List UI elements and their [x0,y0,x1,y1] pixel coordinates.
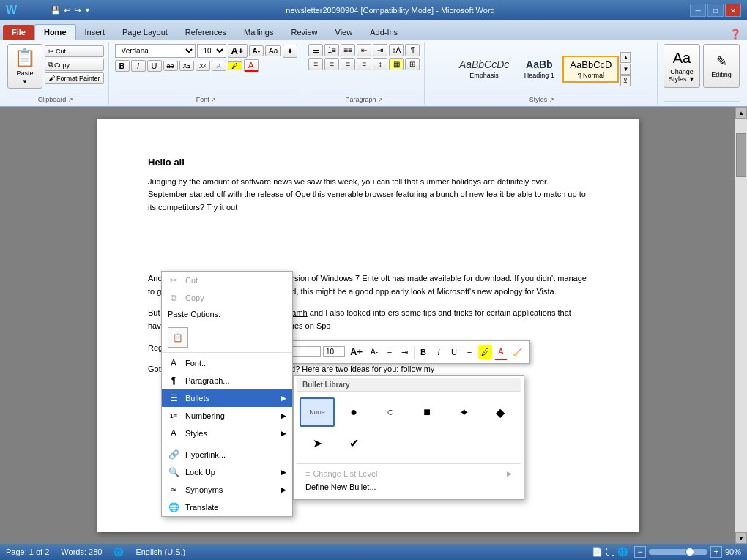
italic-button[interactable]: I [131,60,146,72]
border-button[interactable]: ⊞ [405,58,420,70]
mini-color-button[interactable]: A [494,344,508,360]
ctx-lookup[interactable]: 🔍 Look Up ▶ [162,463,292,481]
clipboard-expand-icon[interactable]: ↗ [68,97,73,103]
decrease-indent-button[interactable]: ⇤ [357,44,371,56]
font-name-selector[interactable]: Verdana [115,44,196,58]
mini-indent-button[interactable]: ⇥ [398,345,412,360]
mini-size-selector[interactable] [323,346,345,357]
bullet-none[interactable]: None [300,397,335,427]
ctx-bullets[interactable]: ☰ Bullets ▶ [162,389,292,407]
scroll-track[interactable] [735,119,747,532]
styles-expand-icon[interactable]: ↗ [549,97,554,103]
tab-insert[interactable]: Insert [76,25,114,40]
mini-align-button[interactable]: ≡ [463,345,476,360]
mini-list-button[interactable]: ≡ [383,345,396,360]
help-icon[interactable]: ❓ [729,29,741,40]
show-marks-button[interactable]: ¶ [405,44,420,56]
ctx-translate[interactable]: 🌐 Translate [162,499,292,516]
tab-page-layout[interactable]: Page Layout [114,25,176,40]
bullets-button[interactable]: ☰ [308,44,323,56]
align-left-button[interactable]: ≡ [308,58,323,70]
mini-grow-button[interactable]: A+ [347,343,365,361]
tab-mailings[interactable]: Mailings [235,25,282,40]
styles-down-button[interactable]: ▼ [620,64,631,75]
line-spacing-button[interactable]: ↕ [373,58,387,70]
increase-indent-button[interactable]: ⇥ [373,44,387,56]
scroll-up-button[interactable]: ▲ [735,107,747,119]
web-layout-icon[interactable]: 🌐 [617,547,628,557]
mini-eraser-button[interactable]: 🧹 [510,345,526,360]
shrink-font-button[interactable]: A- [249,45,264,56]
superscript-button[interactable]: X² [196,61,210,71]
grow-font-button[interactable]: A+ [228,44,248,58]
font-expand-icon[interactable]: ↗ [211,97,216,103]
minimize-button[interactable]: ─ [690,4,706,17]
ctx-font[interactable]: A Font... [162,354,292,372]
styles-expand-button[interactable]: ⊻ [620,75,631,86]
full-screen-icon[interactable]: ⛶ [606,547,614,557]
align-center-button[interactable]: ≡ [324,58,339,70]
ctx-paragraph[interactable]: ¶ Paragraph... [162,372,292,389]
close-button[interactable]: ✕ [725,4,741,17]
scroll-down-button[interactable]: ▼ [735,532,747,544]
redo-icon[interactable]: ↪ [74,5,81,15]
zoom-slider[interactable] [649,549,707,555]
tab-view[interactable]: View [327,25,362,40]
mini-bold-button[interactable]: B [417,345,430,360]
ctx-numbering[interactable]: 1≡ Numbering ▶ [162,407,292,425]
undo-icon[interactable]: ↩ [64,5,71,15]
mini-underline-button[interactable]: U [447,345,461,360]
style-emphasis[interactable]: AaBbCcDc Emphasis [453,56,516,82]
text-effects-button[interactable]: A [212,61,226,71]
ctx-synonyms[interactable]: ≈ Synonyms ▶ [162,481,292,499]
save-icon[interactable]: 💾 [51,6,61,15]
ctx-copy[interactable]: ⧉ Copy [162,289,292,307]
tab-references[interactable]: References [176,25,235,40]
print-layout-icon[interactable]: 📄 [592,547,603,557]
cut-button[interactable]: ✂ Cut [45,45,104,57]
clear-format-button[interactable]: ✦ [283,45,297,58]
tab-review[interactable]: Review [282,25,326,40]
tab-file[interactable]: File [3,25,34,40]
ctx-cut[interactable]: ✂ Cut [162,272,292,289]
scroll-thumb[interactable] [736,133,746,177]
paste-icon-1[interactable]: 📋 [168,327,188,348]
sort-button[interactable]: ↕A [389,44,404,56]
styles-up-button[interactable]: ▲ [620,52,631,63]
tab-home[interactable]: Home [34,24,76,40]
justify-button[interactable]: ≡ [357,58,371,70]
zoom-in-button[interactable]: + [710,546,722,558]
paste-button[interactable]: 📋 Paste ▼ [7,44,42,89]
change-list-level-item[interactable]: ≡ Change List Level ▶ [302,467,515,480]
tab-add-ins[interactable]: Add-Ins [361,25,406,40]
zoom-thumb[interactable] [685,548,694,556]
vertical-scrollbar[interactable]: ▲ ▼ [735,107,747,544]
font-color-button[interactable]: A [244,59,259,72]
font-size-selector[interactable]: 10 [197,44,226,58]
change-styles-button[interactable]: Aa ChangeStyles ▼ [664,44,700,88]
ctx-styles[interactable]: A Styles ▶ [162,425,292,442]
format-painter-button[interactable]: 🖌 Format Painter [45,72,104,84]
bullet-check[interactable]: ✔ [336,428,371,458]
underline-button[interactable]: U [147,60,162,72]
align-right-button[interactable]: ≡ [341,58,355,70]
bullet-diamond[interactable]: ◆ [483,397,518,427]
change-case-button[interactable]: Aa [265,45,281,56]
editing-button[interactable]: ✎ Editing [703,44,740,88]
highlight-button[interactable]: 🖊 [228,61,242,70]
style-normal[interactable]: AaBbCcD ¶ Normal [562,56,619,83]
subscript-button[interactable]: X₂ [179,61,194,71]
numbering-button[interactable]: 1≡ [324,44,339,56]
bullet-disc[interactable]: ● [336,397,371,427]
mini-italic-button[interactable]: I [432,345,445,360]
shading-button[interactable]: ▦ [389,58,404,70]
mini-shrink-button[interactable]: A- [368,345,381,359]
bullet-star[interactable]: ✦ [446,397,481,427]
strikethrough-button[interactable]: ab [163,61,178,71]
zoom-out-button[interactable]: − [634,546,646,558]
bullet-circle[interactable]: ○ [373,397,408,427]
bold-button[interactable]: B [115,60,130,72]
maximize-button[interactable]: □ [707,4,724,17]
paragraph-expand-icon[interactable]: ↗ [378,97,383,103]
mini-highlight-button[interactable]: 🖊 [478,345,492,360]
